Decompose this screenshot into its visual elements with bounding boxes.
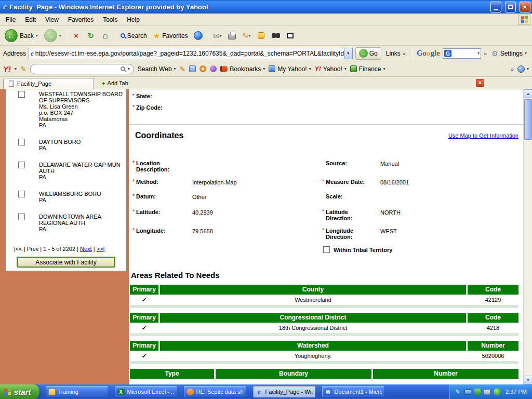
pencil-icon[interactable]: ✎: [180, 65, 186, 73]
organization-checkbox[interactable]: [18, 214, 25, 220]
toolbar-separator: [412, 47, 413, 60]
start-button[interactable]: start: [0, 384, 39, 399]
tribal-territory-checkbox[interactable]: [323, 246, 330, 253]
tab-facility-page[interactable]: Facility_Page: [3, 78, 94, 89]
messenger-status-icon[interactable]: [210, 65, 217, 72]
history-button[interactable]: [192, 29, 205, 43]
search-web-label: Search Web: [138, 65, 172, 73]
minimize-button[interactable]: [490, 2, 501, 12]
yahoo-overflow-chevron-icon[interactable]: »: [511, 66, 514, 72]
links-button[interactable]: Links »: [384, 50, 408, 57]
back-dropdown-icon[interactable]: ▾: [36, 33, 38, 38]
tray-display-icon[interactable]: [464, 389, 471, 395]
messenger-button[interactable]: [255, 29, 268, 43]
address-input[interactable]: e http://esesvr-ct.lm-ese.epa.gov/portal…: [29, 48, 353, 59]
scroll-up-button[interactable]: ▲: [524, 89, 532, 98]
menu-tools[interactable]: Tools: [98, 15, 122, 25]
yahoo-search-dropdown-icon[interactable]: ▾: [128, 66, 130, 71]
settings-dropdown-icon[interactable]: ▾: [525, 51, 527, 56]
organization-checkbox[interactable]: [18, 162, 25, 168]
mail-dropdown-icon[interactable]: ▾: [220, 33, 222, 38]
taskbar-item-facility-page[interactable]: e Facility_Page - Wi...: [253, 386, 315, 397]
scrollbar-thumb[interactable]: [524, 99, 532, 140]
search-button[interactable]: Search: [118, 28, 150, 44]
address-dropdown-button[interactable]: ▾: [344, 48, 352, 59]
my-yahoo-button[interactable]: My Yahoo! ▾: [269, 65, 311, 73]
search-web-button[interactable]: Search Web ▾: [138, 65, 176, 73]
menu-help[interactable]: Help: [122, 15, 144, 25]
state-label: State:: [136, 93, 152, 99]
compose-pencil-icon[interactable]: ✎: [20, 65, 26, 73]
coordinates-title: Coordinates: [135, 131, 448, 140]
associate-with-facility-button[interactable]: Associate with Facility: [17, 257, 115, 268]
forward-dropdown-icon[interactable]: ▾: [59, 33, 61, 38]
maximize-button[interactable]: [505, 2, 516, 12]
tray-pen-icon[interactable]: ✎: [454, 388, 461, 395]
menu-view[interactable]: View: [41, 15, 63, 25]
column-header: Code: [468, 313, 518, 323]
taskbar-item-excel[interactable]: X Microsoft Excel - ...: [115, 386, 177, 397]
print-button[interactable]: [225, 29, 239, 43]
close-sidebar-button[interactable]: ×: [476, 79, 484, 87]
organization-checkbox[interactable]: [18, 91, 25, 98]
finance-button[interactable]: Finance ▾: [350, 65, 385, 73]
refresh-icon: ↻: [87, 31, 94, 41]
scroll-down-button[interactable]: ▼: [524, 376, 532, 384]
overflow-chevron-icon[interactable]: »: [484, 50, 487, 57]
yahoo-search-input[interactable]: ▾: [30, 64, 134, 74]
organization-checkbox[interactable]: [18, 191, 25, 197]
favorites-button[interactable]: ★ Favorites: [151, 28, 191, 44]
folder-icon: [48, 389, 56, 395]
toolbar-separator: [208, 29, 208, 43]
yahoo-globe-button[interactable]: ▾: [517, 65, 529, 73]
go-button[interactable]: → Go: [355, 47, 381, 60]
stop-button[interactable]: ×: [70, 29, 83, 43]
word-icon: W: [325, 389, 332, 395]
organization-checkbox[interactable]: [18, 139, 25, 145]
home-button[interactable]: ⌂: [99, 29, 112, 43]
bookmarks-book-icon: [220, 66, 228, 72]
taskbar-item-training[interactable]: Training: [46, 386, 108, 397]
pagination-last-link[interactable]: >>|: [97, 246, 105, 252]
target-icon[interactable]: [200, 65, 206, 72]
menu-edit[interactable]: Edit: [20, 15, 41, 25]
yahoo-logo[interactable]: Y!: [3, 64, 11, 73]
bookmarks-button[interactable]: Bookmarks ▾: [220, 65, 265, 73]
menu-favorites[interactable]: Favorites: [63, 15, 98, 25]
taskbar-item-word[interactable]: W Document1 - Micro...: [322, 386, 384, 397]
taskbar-item-email[interactable]: RE: Septic data sh...: [184, 386, 246, 397]
yahoo-home-button[interactable]: Y! Yahoo! ▾: [315, 65, 347, 73]
yahoo-logo-dropdown-icon[interactable]: ▾: [15, 66, 17, 71]
edit-button[interactable]: ✎ ▾: [240, 29, 254, 43]
my-yahoo-label: My Yahoo!: [277, 65, 307, 73]
tray-network-icon[interactable]: [484, 389, 490, 395]
forward-button[interactable]: → ▾: [42, 28, 64, 44]
vertical-scrollbar[interactable]: ▲ ▼: [523, 89, 532, 384]
research-button[interactable]: [269, 29, 283, 43]
tray-shield-icon[interactable]: [474, 389, 481, 395]
primary-check: ✔: [130, 295, 158, 305]
google-search-box[interactable]: G ▾: [443, 48, 481, 59]
table-header-row: Primary Watershed Number: [130, 341, 518, 351]
add-tab-button[interactable]: + Add Tab: [98, 78, 131, 88]
table-header-row: Primary County Code: [130, 285, 518, 295]
home-icon: ⌂: [103, 31, 108, 41]
refresh-button[interactable]: ↻: [84, 29, 98, 43]
edit-dropdown-icon[interactable]: ▾: [248, 33, 250, 38]
pagination-next-link[interactable]: Next: [80, 246, 92, 252]
fullscreen-button[interactable]: [284, 29, 297, 43]
mail-button[interactable]: ✉ ▾: [211, 29, 224, 43]
scale-value: [380, 193, 523, 194]
messenger-icon: [258, 32, 264, 39]
close-button[interactable]: ×: [520, 2, 530, 12]
google-dropdown-icon[interactable]: ▾: [477, 51, 480, 56]
settings-button[interactable]: ⚙ Settings ▾: [489, 49, 529, 58]
use-map-link[interactable]: Use Map to Get Information: [448, 132, 518, 139]
table-header-row: Type Boundary Number: [130, 369, 518, 379]
district-code: 4218: [468, 323, 518, 333]
window-icon[interactable]: [189, 65, 196, 72]
menu-file[interactable]: File: [1, 15, 20, 25]
search-label: Search: [127, 32, 147, 39]
back-button[interactable]: ← Back ▾: [2, 28, 41, 44]
tray-status-icon[interactable]: ↑: [494, 388, 501, 395]
